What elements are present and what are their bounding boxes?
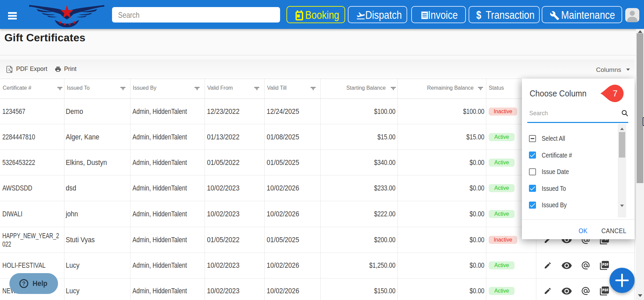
svg-text:7: 7 <box>613 88 618 98</box>
svg-text:?: ? <box>22 281 25 287</box>
